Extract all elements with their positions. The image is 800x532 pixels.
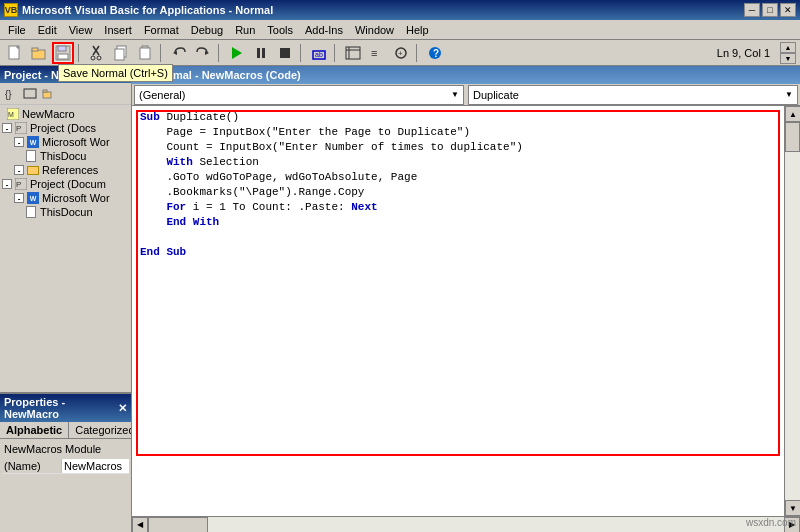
menu-insert[interactable]: Insert bbox=[98, 20, 138, 39]
menu-tools[interactable]: Tools bbox=[261, 20, 299, 39]
scroll-left-button[interactable]: ◀ bbox=[132, 517, 148, 533]
separator-1 bbox=[78, 44, 82, 62]
tree-thisdoc1[interactable]: ThisDocu bbox=[2, 149, 129, 163]
undo-button[interactable] bbox=[168, 42, 190, 64]
code-line-8: End With bbox=[140, 215, 776, 230]
code-line-5: .GoTo wdGoToPage, wdGoToAbsolute, Page bbox=[140, 170, 776, 185]
keyword-sub: Sub bbox=[140, 111, 166, 123]
save-normal-button[interactable] bbox=[52, 42, 74, 64]
toolbar-scroll[interactable]: ▲ ▼ bbox=[780, 42, 796, 64]
close-button[interactable]: ✕ bbox=[780, 3, 796, 17]
tree-msword1[interactable]: - W Microsoft Wor bbox=[2, 135, 129, 149]
svg-rect-18 bbox=[257, 48, 260, 58]
svg-text:P: P bbox=[16, 124, 21, 133]
code-line-2: Page = InputBox("Enter the Page to Dupli… bbox=[140, 125, 776, 140]
tree-project2[interactable]: - P Project (Docum bbox=[2, 177, 129, 191]
left-panel: Project - Norm... ✕ {} M bbox=[0, 66, 132, 532]
newmacro-icon: M bbox=[6, 108, 20, 120]
view-form-button[interactable] bbox=[21, 85, 39, 103]
open-button[interactable] bbox=[28, 42, 50, 64]
object-selector[interactable]: (General) ▼ bbox=[134, 85, 464, 105]
maximize-button[interactable]: □ bbox=[762, 3, 778, 17]
design-button[interactable]: ab bbox=[308, 42, 330, 64]
minimize-button[interactable]: ─ bbox=[744, 3, 760, 17]
procedure-selector-arrow[interactable]: ▼ bbox=[785, 90, 793, 99]
svg-point-9 bbox=[91, 56, 95, 60]
object-selector-arrow[interactable]: ▼ bbox=[451, 90, 459, 99]
properties-panel-header: Properties - NewMacro ✕ bbox=[0, 394, 131, 422]
svg-rect-19 bbox=[262, 48, 265, 58]
object-browser-button[interactable]: + bbox=[390, 42, 412, 64]
menu-addins[interactable]: Add-Ins bbox=[299, 20, 349, 39]
scroll-track[interactable] bbox=[785, 122, 800, 500]
svg-rect-34 bbox=[43, 90, 47, 92]
svg-text:P: P bbox=[16, 180, 21, 189]
h-scroll-track[interactable] bbox=[148, 517, 784, 533]
tree-msword2[interactable]: - W Microsoft Wor bbox=[2, 191, 129, 205]
module-type: NewMacros Module bbox=[2, 441, 129, 457]
expand-icon-ms1[interactable]: - bbox=[14, 137, 24, 147]
menu-window[interactable]: Window bbox=[349, 20, 400, 39]
cut-button[interactable] bbox=[86, 42, 108, 64]
scroll-up-button[interactable]: ▲ bbox=[785, 106, 800, 122]
svg-rect-32 bbox=[24, 89, 36, 98]
break-button[interactable] bbox=[250, 42, 272, 64]
scroll-thumb[interactable] bbox=[785, 122, 800, 152]
prop-val-name[interactable]: NewMacros bbox=[62, 459, 129, 473]
toolbar-scroll-down[interactable]: ▼ bbox=[780, 53, 796, 64]
close-properties-button[interactable]: ✕ bbox=[118, 402, 127, 415]
separator-5 bbox=[334, 44, 338, 62]
scroll-down-button[interactable]: ▼ bbox=[785, 500, 800, 516]
menu-edit[interactable]: Edit bbox=[32, 20, 63, 39]
expand-ms2[interactable]: - bbox=[14, 193, 24, 203]
view-code-button[interactable]: {} bbox=[2, 85, 20, 103]
tree-newmacro-label: NewMacro bbox=[22, 108, 75, 120]
code-line-1: Sub Duplicate() bbox=[140, 110, 776, 125]
svg-text:ab: ab bbox=[315, 51, 323, 58]
menu-view[interactable]: View bbox=[63, 20, 99, 39]
menu-run[interactable]: Run bbox=[229, 20, 261, 39]
expand-icon-1[interactable]: - bbox=[2, 123, 12, 133]
project-explorer-button[interactable] bbox=[342, 42, 364, 64]
svg-rect-23 bbox=[346, 47, 360, 59]
menu-file[interactable]: File bbox=[2, 20, 32, 39]
new-button[interactable] bbox=[4, 42, 26, 64]
toggle-folders-button[interactable] bbox=[40, 85, 58, 103]
svg-text:M: M bbox=[8, 111, 14, 118]
properties-content: NewMacros Module (Name) NewMacros bbox=[0, 439, 131, 476]
expand-icon-2[interactable]: - bbox=[2, 179, 12, 189]
code-area[interactable]: Sub Duplicate() Page = InputBox("Enter t… bbox=[132, 106, 800, 516]
main-layout: Project - Norm... ✕ {} M bbox=[0, 66, 800, 532]
run-button[interactable] bbox=[226, 42, 248, 64]
tree-project1[interactable]: - P Project (Docs bbox=[2, 121, 129, 135]
tree-thisdoc2-label: ThisDocun bbox=[40, 206, 93, 218]
tree-msword1-label: Microsoft Wor bbox=[42, 136, 110, 148]
watermark: wsxdn.com bbox=[746, 517, 796, 528]
help-button[interactable]: ? bbox=[424, 42, 446, 64]
svg-rect-6 bbox=[58, 54, 68, 59]
title-bar: VB Microsoft Visual Basic for Applicatio… bbox=[0, 0, 800, 20]
copy-button[interactable] bbox=[110, 42, 132, 64]
h-scroll-thumb[interactable] bbox=[148, 517, 208, 533]
toolbar-scroll-up[interactable]: ▲ bbox=[780, 42, 796, 53]
menu-format[interactable]: Format bbox=[138, 20, 185, 39]
paste-button[interactable] bbox=[134, 42, 156, 64]
menu-bar: File Edit View Insert Format Debug Run T… bbox=[0, 20, 800, 40]
code-content[interactable]: Sub Duplicate() Page = InputBox("Enter t… bbox=[132, 106, 784, 516]
redo-button[interactable] bbox=[192, 42, 214, 64]
tree-item-newmacro[interactable]: M NewMacro bbox=[2, 107, 129, 121]
svg-point-10 bbox=[97, 56, 101, 60]
procedure-selector[interactable]: Duplicate ▼ bbox=[468, 85, 798, 105]
tab-alphabetic[interactable]: Alphabetic bbox=[0, 422, 69, 438]
expand-ref[interactable]: - bbox=[14, 165, 24, 175]
reset-button[interactable] bbox=[274, 42, 296, 64]
tree-references[interactable]: - References bbox=[2, 163, 129, 177]
procedure-selector-value: Duplicate bbox=[473, 89, 519, 101]
tree-thisdoc2[interactable]: ThisDocun bbox=[2, 205, 129, 219]
menu-debug[interactable]: Debug bbox=[185, 20, 229, 39]
properties-button[interactable]: ≡ bbox=[366, 42, 388, 64]
tab-categorized[interactable]: Categorized bbox=[69, 422, 131, 438]
tree-references-label: References bbox=[42, 164, 98, 176]
object-selector-value: (General) bbox=[139, 89, 185, 101]
menu-help[interactable]: Help bbox=[400, 20, 435, 39]
